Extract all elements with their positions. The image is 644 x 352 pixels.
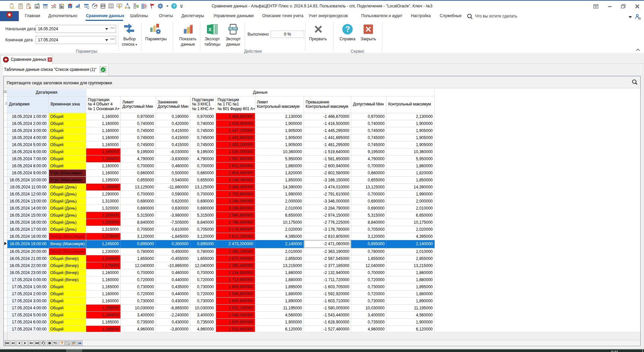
svg-text:Σ: Σ: [87, 6, 89, 9]
svg-text:?: ?: [173, 4, 176, 9]
svg-text:XML: XML: [101, 5, 105, 7]
svg-text:?: ?: [345, 25, 350, 34]
svg-text:Σ: Σ: [79, 6, 81, 9]
svg-text:XLSX: XLSX: [229, 27, 237, 30]
svg-text:X: X: [209, 27, 212, 32]
